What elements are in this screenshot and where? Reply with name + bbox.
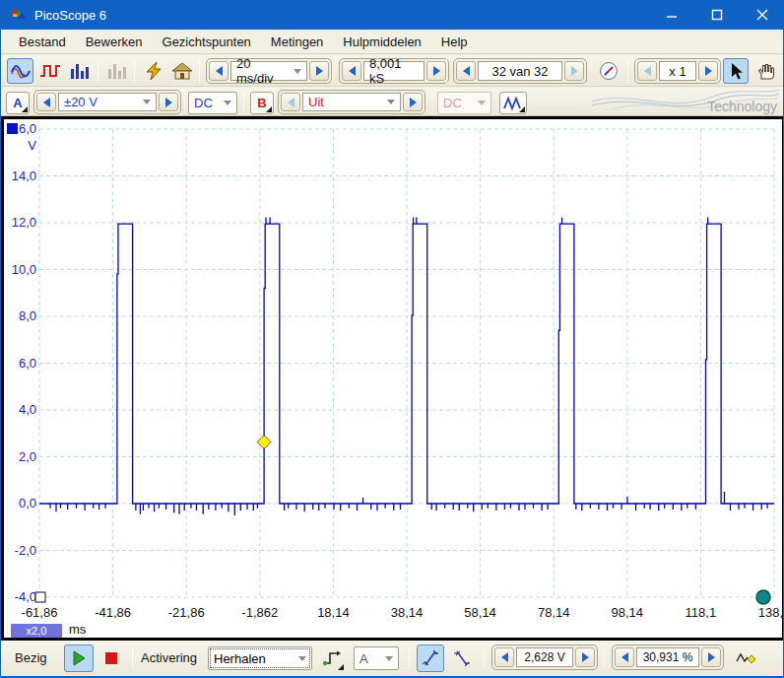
stop-icon bbox=[104, 651, 118, 665]
dropdown-arrow-icon bbox=[298, 656, 306, 661]
segment-prev-button[interactable] bbox=[456, 61, 476, 81]
pretrigger-value[interactable]: 30,931 % bbox=[636, 647, 699, 667]
menu-bestand[interactable]: Bestand bbox=[9, 32, 76, 52]
segments-value[interactable]: 32 van 32 bbox=[478, 61, 562, 81]
stop-capture-button[interactable] bbox=[98, 644, 125, 672]
menu-help[interactable]: Help bbox=[431, 32, 478, 52]
channel-a-axis-marker[interactable] bbox=[7, 123, 18, 134]
menu-bar: Bestand Bewerken Gezichtspunten Metingen… bbox=[1, 30, 784, 54]
menu-gezichtspunten[interactable]: Gezichtspunten bbox=[153, 32, 261, 52]
x-tick-label: 18,14 bbox=[317, 605, 350, 620]
segment-next-button[interactable] bbox=[564, 61, 584, 81]
left-arrow-icon bbox=[349, 66, 356, 76]
main-toolbar: 20 ms/div 8,001 kS 32 van 32 bbox=[1, 55, 784, 87]
close-button[interactable] bbox=[740, 0, 784, 30]
toolbar-separator bbox=[409, 645, 410, 669]
toolbar-separator bbox=[98, 59, 98, 83]
start-capture-button[interactable] bbox=[64, 644, 94, 672]
signal-generator-button[interactable] bbox=[499, 92, 527, 114]
xy-view-button-disabled[interactable] bbox=[103, 58, 130, 84]
scope-svg[interactable]: 16,014,012,010,08,06,04,02,00,0-2,0-4,0-… bbox=[4, 119, 782, 638]
timebase-next-button[interactable] bbox=[309, 61, 329, 81]
x-zoom-badge[interactable]: x2,0 bbox=[11, 624, 62, 638]
timebase-control: 20 ms/div bbox=[206, 58, 332, 84]
x-tick-label: 98,14 bbox=[612, 605, 644, 620]
dropdown-arrow-icon bbox=[224, 101, 231, 105]
channel-b-range-control: Uit bbox=[278, 90, 425, 114]
zoom-out-button[interactable] bbox=[637, 61, 657, 81]
waveform-diamond-icon bbox=[736, 649, 757, 667]
channel-a-range-up-button[interactable] bbox=[159, 93, 178, 111]
channel-b-options-button[interactable]: B bbox=[250, 92, 274, 114]
channel-a-range-down-button[interactable] bbox=[36, 93, 56, 111]
trigger-level-value[interactable]: 2,628 V bbox=[516, 647, 573, 667]
samples-value[interactable]: 8,001 kS bbox=[363, 61, 425, 81]
y-tick-label: 4,0 bbox=[19, 402, 36, 417]
dropdown-arrow-icon bbox=[385, 656, 393, 661]
channel-a-coupling-select[interactable]: DC bbox=[188, 92, 237, 114]
scroll-position-marker[interactable] bbox=[756, 590, 770, 604]
right-arrow-icon bbox=[582, 652, 589, 662]
pretrigger-up-button[interactable] bbox=[701, 647, 721, 667]
channel-a-range-select[interactable]: ±20 V bbox=[58, 93, 157, 111]
timebase-prev-button[interactable] bbox=[209, 61, 229, 81]
persistence-view-button[interactable] bbox=[36, 58, 63, 84]
hand-pan-tool-button[interactable] bbox=[751, 58, 778, 84]
menu-metingen[interactable]: Metingen bbox=[261, 32, 333, 52]
normal-selection-tool-button[interactable] bbox=[723, 58, 749, 84]
zoom-factor-value[interactable]: x 1 bbox=[659, 61, 696, 81]
menu-hulpmiddelen[interactable]: Hulpmiddelen bbox=[333, 32, 431, 52]
spectrum-view-button[interactable] bbox=[66, 58, 93, 84]
x-axis-handle[interactable] bbox=[35, 592, 45, 602]
channel-a-options-button[interactable]: A bbox=[6, 92, 30, 114]
right-arrow-icon bbox=[165, 98, 172, 107]
hand-icon bbox=[755, 61, 775, 81]
y-axis-unit-label: V bbox=[28, 138, 36, 153]
pico-technology-watermark: Technology bbox=[592, 88, 779, 115]
timebase-select[interactable]: 20 ms/div bbox=[230, 61, 307, 81]
pretrigger-down-button[interactable] bbox=[615, 647, 634, 667]
right-arrow-icon bbox=[410, 98, 417, 107]
x-tick-label: -61,86 bbox=[22, 605, 58, 620]
channel-b-range-select[interactable]: Uit bbox=[302, 93, 401, 111]
y-tick-label: 2,0 bbox=[19, 449, 36, 464]
corner-triangle-icon bbox=[338, 664, 344, 670]
advanced-trigger-button[interactable] bbox=[318, 644, 346, 672]
toolbar-separator bbox=[132, 645, 133, 669]
left-arrow-icon bbox=[463, 66, 470, 76]
window-title: PicoScope 6 bbox=[34, 8, 106, 23]
channel-b-range-up-button[interactable] bbox=[403, 93, 423, 111]
x-axis-unit-label: ms bbox=[69, 622, 86, 637]
menu-bewerken[interactable]: Bewerken bbox=[76, 32, 153, 52]
trigger-mode-select[interactable]: Herhalen bbox=[208, 646, 312, 670]
x-tick-label: 58,14 bbox=[464, 605, 496, 620]
x-tick-label: 78,14 bbox=[538, 605, 570, 620]
maximize-button[interactable] bbox=[694, 0, 740, 30]
channel-toolbar: A ±20 V DC B Uit bbox=[1, 88, 784, 116]
dropdown-arrow-icon bbox=[143, 100, 151, 104]
trigger-level-up-button[interactable] bbox=[575, 647, 595, 667]
trigger-marker[interactable] bbox=[257, 436, 271, 449]
right-arrow-icon bbox=[433, 66, 440, 76]
segment-navigator-button[interactable] bbox=[596, 58, 621, 84]
minimize-button[interactable] bbox=[649, 0, 694, 30]
channel-b-range-down-button[interactable] bbox=[281, 93, 300, 111]
trigger-level-down-button[interactable] bbox=[494, 647, 514, 667]
samples-control: 8,001 kS bbox=[339, 58, 449, 84]
samples-prev-button[interactable] bbox=[342, 61, 361, 81]
trigger-marker-reference-button[interactable] bbox=[732, 644, 761, 672]
falling-edge-button[interactable] bbox=[448, 644, 476, 672]
left-arrow-icon bbox=[501, 652, 508, 662]
y-tick-label: 0,0 bbox=[19, 496, 36, 510]
scope-view-button[interactable] bbox=[7, 58, 33, 84]
home-button[interactable] bbox=[168, 58, 195, 84]
zoom-in-button[interactable] bbox=[698, 61, 718, 81]
y-tick-label: 14,0 bbox=[12, 169, 36, 183]
y-tick-label: 10,0 bbox=[12, 262, 36, 277]
trigger-source-select[interactable]: A bbox=[354, 646, 399, 670]
segments-control: 32 van 32 bbox=[453, 58, 587, 84]
samples-next-button[interactable] bbox=[426, 61, 446, 81]
scope-plot-area[interactable]: 16,014,012,010,08,06,04,02,00,0-2,0-4,0-… bbox=[4, 119, 782, 638]
auto-setup-button[interactable] bbox=[140, 58, 166, 84]
rising-edge-button[interactable] bbox=[417, 644, 444, 672]
